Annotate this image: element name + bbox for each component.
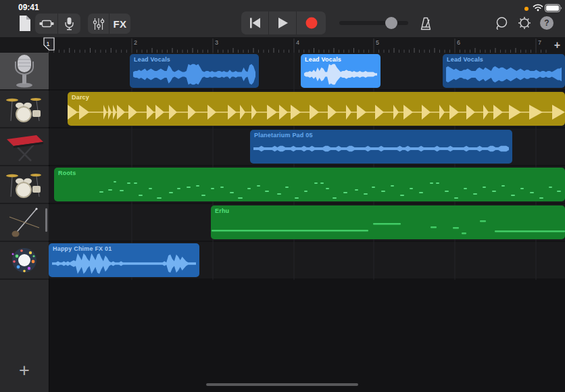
track-view-icon bbox=[39, 19, 54, 28]
ruler-bar-number: 5 bbox=[376, 39, 379, 46]
track-header-keys[interactable] bbox=[0, 128, 49, 165]
fx-ball-icon bbox=[8, 244, 41, 276]
track-view-button[interactable] bbox=[35, 14, 57, 34]
track-header-separator bbox=[0, 127, 49, 128]
transport-controls bbox=[241, 11, 326, 34]
play-icon bbox=[275, 16, 290, 30]
ruler-add-button[interactable]: + bbox=[549, 37, 565, 53]
region-planetarium-pad-05[interactable]: Planetarium Pad 05 bbox=[250, 130, 512, 164]
region-label: Roots bbox=[58, 170, 76, 176]
document-icon bbox=[18, 15, 32, 32]
loop-browser-icon bbox=[494, 16, 509, 31]
mic-active-indicator bbox=[524, 7, 529, 11]
region-label: Lead Vocals bbox=[134, 56, 170, 63]
remix-fx-button[interactable]: FX bbox=[109, 14, 130, 34]
microphone-icon bbox=[64, 17, 74, 30]
top-toolbar: 09:41 bbox=[0, 0, 565, 37]
record-icon bbox=[305, 16, 318, 30]
studio-mic-icon bbox=[9, 53, 39, 89]
region-happy-chime-fx-01[interactable]: Happy Chime FX 01 bbox=[49, 243, 199, 277]
settings-button[interactable] bbox=[517, 16, 532, 30]
add-track-button[interactable]: + bbox=[14, 360, 35, 381]
region-darcy[interactable]: Darcy bbox=[68, 92, 565, 126]
keyboard-icon bbox=[4, 131, 45, 162]
region-label: Darcy bbox=[72, 94, 89, 101]
loop-browser-button[interactable] bbox=[494, 16, 509, 31]
track-header-erhu[interactable] bbox=[0, 204, 49, 241]
region-label: Lead Vocals bbox=[447, 56, 483, 63]
track-header-column bbox=[0, 53, 49, 392]
region-lead-vocals[interactable]: Lead Vocals bbox=[301, 54, 380, 88]
region-erhu[interactable]: Erhu bbox=[211, 205, 565, 239]
view-button-group bbox=[35, 14, 80, 34]
erhu-icon bbox=[7, 205, 42, 240]
microphone-button[interactable] bbox=[57, 14, 80, 34]
ruler-bar-number: 3 bbox=[215, 39, 218, 46]
skip-to-start-button[interactable] bbox=[241, 11, 268, 34]
ruler-bar-number: 7 bbox=[538, 39, 541, 46]
bar-ruler[interactable]: 234567 bbox=[0, 37, 565, 53]
vertical-scroll-indicator[interactable] bbox=[45, 208, 47, 232]
region-label: Lead Vocals bbox=[305, 56, 341, 63]
playhead-bar-number: 1 bbox=[47, 41, 50, 47]
record-button[interactable] bbox=[296, 11, 326, 34]
skip-to-start-icon bbox=[247, 16, 263, 30]
ruler-bar-number: 2 bbox=[134, 39, 137, 46]
help-button[interactable]: ? bbox=[540, 16, 554, 30]
region-lead-vocals[interactable]: Lead Vocals bbox=[130, 54, 259, 88]
track-header-separator bbox=[0, 278, 49, 280]
track-header-separator bbox=[0, 165, 49, 166]
mixer-button[interactable] bbox=[88, 14, 109, 34]
wifi-icon bbox=[533, 3, 543, 11]
horizontal-scroll-indicator[interactable] bbox=[206, 383, 358, 386]
document-button[interactable] bbox=[15, 14, 35, 32]
track-header-separator bbox=[0, 89, 49, 91]
drum-kit-icon bbox=[5, 170, 43, 199]
region-label: Erhu bbox=[215, 207, 229, 214]
ruler-bar-number: 4 bbox=[296, 39, 299, 46]
status-time: 09:41 bbox=[18, 3, 39, 12]
metronome-icon bbox=[419, 17, 433, 30]
track-header-vocals[interactable] bbox=[0, 53, 49, 89]
track-header-fx[interactable] bbox=[0, 242, 49, 278]
metronome-button[interactable] bbox=[418, 16, 433, 31]
ruler-bar-number: 6 bbox=[457, 39, 460, 46]
region-label: Happy Chime FX 01 bbox=[53, 245, 112, 252]
master-volume-slider[interactable] bbox=[339, 21, 408, 25]
track-header-drums-1[interactable] bbox=[0, 91, 49, 127]
track-header-drums-2[interactable] bbox=[0, 166, 49, 203]
garageband-tracks-view: 09:41 bbox=[0, 0, 565, 392]
region-roots[interactable]: Roots bbox=[54, 168, 565, 201]
track-header-separator bbox=[0, 203, 49, 204]
playhead[interactable]: 1 bbox=[43, 37, 55, 51]
region-lead-vocals[interactable]: Lead Vocals bbox=[443, 54, 565, 88]
settings-gear-icon bbox=[517, 16, 532, 30]
master-volume-thumb[interactable] bbox=[385, 17, 397, 29]
mixer-sliders-icon bbox=[93, 18, 105, 30]
drum-kit-icon bbox=[5, 94, 43, 124]
ruler-ticks: 234567 bbox=[0, 37, 565, 53]
region-label: Planetarium Pad 05 bbox=[254, 132, 313, 139]
controls-button-group: FX bbox=[88, 14, 130, 34]
play-button[interactable] bbox=[268, 11, 296, 34]
track-header-separator bbox=[0, 241, 49, 242]
battery-icon bbox=[545, 4, 562, 12]
